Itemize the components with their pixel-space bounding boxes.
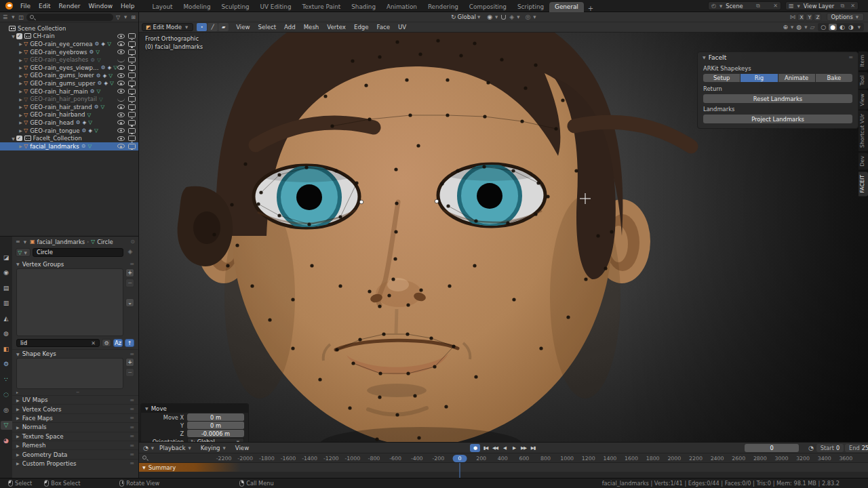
landmark-vertex[interactable]	[408, 113, 412, 117]
outliner-row[interactable]: ▶▽facial_landmarks⚙▽	[0, 142, 138, 150]
filter-funnel-icon[interactable]: ▽	[116, 14, 120, 20]
view-layer-selector[interactable]: ▥ ▼ View Layer ⧉ ✕	[785, 1, 859, 10]
editor-type-icon[interactable]: ☰	[3, 14, 7, 20]
expander-closed-icon[interactable]: ▶	[18, 49, 24, 54]
faceit-tab-bake[interactable]: Bake	[816, 74, 852, 82]
timeline-menu-keying[interactable]: Keying▼	[197, 445, 231, 451]
landmark-vertex[interactable]	[355, 181, 358, 184]
selected-landmark-vertex[interactable]	[359, 200, 363, 204]
menu-window[interactable]: Window	[85, 3, 117, 9]
properties-tab-tool[interactable]: ◪	[1, 253, 12, 262]
properties-tab-particles[interactable]: ∵	[1, 375, 12, 384]
menu-file[interactable]: File	[16, 3, 35, 9]
workspace-tab-animation[interactable]: Animation	[381, 2, 422, 12]
viewport-menu-uv[interactable]: UV	[394, 24, 410, 30]
workspace-tab-general[interactable]: General	[549, 2, 584, 12]
viewport-menu-edge[interactable]: Edge	[350, 24, 373, 30]
hide-in-viewport-toggle[interactable]	[117, 104, 125, 109]
shading-material-icon[interactable]: ◐	[839, 24, 846, 30]
outliner-row[interactable]: ▶▽GEO-rain_tongue⚙◈▽	[0, 127, 138, 135]
properties-tab-output[interactable]: ▤	[1, 283, 12, 292]
properties-tab-render[interactable]: ◉	[1, 268, 12, 277]
landmark-vertex[interactable]	[334, 169, 338, 172]
landmark-vertex[interactable]	[574, 169, 578, 172]
hide-in-viewport-toggle[interactable]	[117, 128, 125, 133]
snap-magnet-icon[interactable]	[501, 15, 506, 20]
outliner-row[interactable]: ▶▽GEO-rain_hair_ponytail▽	[0, 95, 138, 103]
display-mode-icon[interactable]: ◫	[18, 14, 24, 20]
new-collection-icon[interactable]: ⊞	[131, 14, 136, 20]
landmark-vertex[interactable]	[433, 365, 436, 368]
list-search-input[interactable]: lid ✕	[16, 339, 100, 347]
transform-orientation-value[interactable]: Global	[458, 14, 476, 20]
panel-header-remesh[interactable]: ▶Remesh≡	[12, 441, 138, 449]
landmark-vertex[interactable]	[459, 54, 462, 57]
editor-type-icon[interactable]: ◔	[143, 445, 149, 451]
outliner-row[interactable]: ▶▽GEO-rain_hair_main⚙▽	[0, 87, 138, 96]
expander-closed-icon[interactable]: ▶	[18, 73, 24, 78]
landmark-vertex[interactable]	[419, 288, 422, 291]
landmark-vertex[interactable]	[554, 127, 557, 130]
hide-in-viewport-toggle[interactable]	[117, 65, 125, 70]
viewport-menu-mesh[interactable]: Mesh	[300, 24, 323, 30]
landmark-vertex[interactable]	[511, 169, 515, 172]
panel-header-geometry-data[interactable]: ▶Geometry Data≡	[12, 449, 138, 458]
landmark-vertex[interactable]	[473, 41, 476, 45]
add-vertex-group-button[interactable]: +	[125, 268, 134, 277]
landmark-vertex[interactable]	[446, 78, 449, 81]
menu-help[interactable]: Help	[117, 3, 139, 9]
expander-closed-icon[interactable]: ▶	[18, 81, 24, 85]
move-panel-header[interactable]: ▼ Move	[141, 404, 248, 413]
delete-scene-icon[interactable]: ✕	[773, 3, 778, 9]
panel-header-uv-maps[interactable]: ▶UV Maps≡	[12, 395, 138, 404]
landmark-vertex[interactable]	[452, 344, 455, 348]
landmark-vertex[interactable]	[416, 144, 420, 147]
proportional-editing-icon[interactable]: ◎	[525, 14, 530, 20]
expander-closed-icon[interactable]: ▶	[18, 41, 24, 46]
sidebar-tab-tool[interactable]: Tool	[859, 72, 868, 89]
landmark-vertex[interactable]	[368, 117, 371, 121]
timeline-menu-view[interactable]: View	[231, 445, 253, 451]
panel-header-normals[interactable]: ▶Normals≡	[12, 422, 138, 431]
hide-in-viewport-toggle[interactable]	[117, 81, 125, 85]
workspace-tab-shading[interactable]: Shading	[346, 2, 381, 12]
landmark-vertex[interactable]	[483, 115, 486, 118]
landmark-vertex[interactable]	[338, 284, 342, 287]
landmark-vertex[interactable]	[318, 378, 321, 381]
hide-in-viewport-toggle[interactable]	[117, 34, 125, 39]
landmark-vertex[interactable]	[268, 318, 271, 321]
new-scene-icon[interactable]: ⧉	[756, 3, 760, 9]
expander-closed-icon[interactable]: ▶	[18, 128, 24, 133]
disable-in-viewports-toggle[interactable]	[128, 49, 136, 55]
outliner-row[interactable]: ▶▽GEO-rain_gums_lower⚙◈▽	[0, 72, 138, 80]
panel-header-custom-properties[interactable]: ▶Custom Properties≡	[12, 459, 138, 468]
move-field-value[interactable]: -0.0006 m	[187, 430, 244, 437]
pin-icon[interactable]: ⊙	[130, 239, 135, 245]
selected-landmark-vertex[interactable]	[435, 199, 439, 203]
landmark-vertex[interactable]	[520, 119, 524, 123]
outliner-row[interactable]: ▶▽GEO-rain_hair_strand⚙▽	[0, 103, 138, 111]
clear-search-icon[interactable]: ✕	[91, 340, 96, 346]
sort-invert-button[interactable]: ↑	[125, 339, 134, 347]
expander-closed-icon[interactable]: ▶	[18, 113, 24, 117]
properties-tab-constraints[interactable]: ◎	[1, 405, 12, 414]
play-button[interactable]: ▶	[510, 444, 518, 452]
add-shape-key-button[interactable]: +	[125, 358, 134, 367]
viewport-menu-view[interactable]: View	[232, 24, 254, 30]
properties-tab-data[interactable]: ▽	[1, 421, 12, 430]
landmark-vertex[interactable]	[436, 39, 439, 42]
landmark-vertex[interactable]	[382, 332, 385, 336]
select-mode-edge-button[interactable]: ╱	[208, 23, 218, 31]
mirror-axis-x-toggle[interactable]: X	[797, 14, 805, 21]
expander-closed-icon[interactable]: ▶	[18, 144, 24, 148]
landmark-vertex[interactable]	[546, 195, 549, 198]
sidebar-tab-item[interactable]: Item	[859, 52, 868, 70]
scene-selector[interactable]: ◴ ▼ Scene ⧉ ✕	[708, 1, 781, 10]
jump-to-end-button[interactable]: ▶▮	[529, 444, 537, 452]
landmark-vertex[interactable]	[474, 375, 477, 378]
landmark-vertex[interactable]	[378, 395, 381, 399]
landmark-vertex[interactable]	[566, 315, 570, 319]
outliner-row[interactable]: ▶▽GEO-rain_head⚙◈▽	[0, 119, 138, 127]
sort-alphabetical-button[interactable]: Az	[113, 339, 123, 347]
breadcrumb-data[interactable]: Circle	[97, 239, 113, 245]
